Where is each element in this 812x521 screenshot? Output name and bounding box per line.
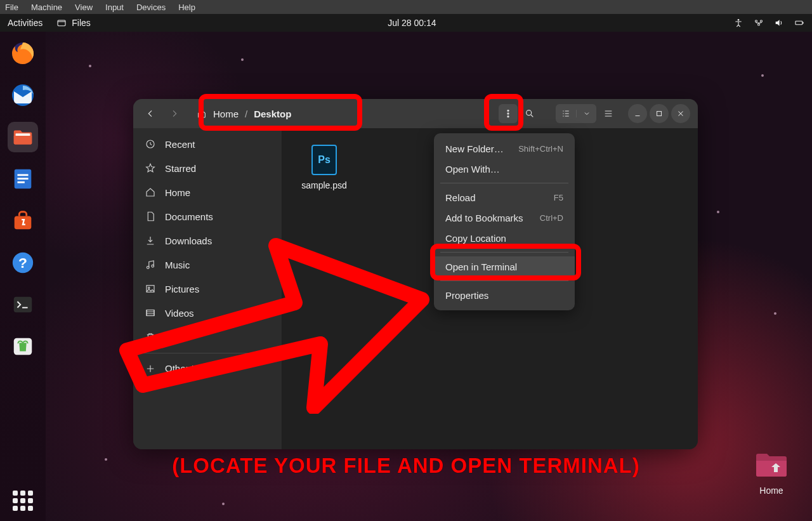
sidebar-item-documents[interactable]: Documents: [133, 204, 282, 228]
sidebar-item-label: Music: [165, 260, 190, 270]
breadcrumb-current[interactable]: Desktop: [254, 109, 291, 119]
home-icon: [197, 109, 207, 119]
download-icon: [145, 235, 156, 246]
folder-icon: [755, 451, 788, 478]
vbox-menu-machine[interactable]: Machine: [31, 3, 62, 12]
sidebar-item-videos[interactable]: Videos: [133, 301, 282, 325]
sidebar-item-recent[interactable]: Recent: [133, 132, 282, 156]
firefox-icon: [10, 41, 36, 66]
location-menu-button[interactable]: [499, 104, 518, 123]
search-button[interactable]: [520, 104, 539, 123]
svg-rect-0: [58, 20, 65, 26]
sidebar-item-label: Starred: [165, 163, 196, 174]
sidebar-item-label: Trash: [165, 332, 189, 343]
ctx-kbd: F5: [554, 193, 563, 202]
battery-icon[interactable]: [794, 18, 804, 28]
nav-forward-button[interactable]: [165, 104, 184, 123]
activities-button[interactable]: Activities: [8, 18, 43, 28]
ctx-properties[interactable]: Properties: [434, 285, 575, 305]
topbar-app-menu[interactable]: Files: [56, 18, 91, 28]
nav-back-button[interactable]: [141, 104, 160, 123]
clock-icon: [145, 138, 156, 150]
file-label: sample.psd: [299, 180, 350, 190]
ctx-label: Open With…: [445, 164, 500, 175]
terminal-icon: [11, 293, 35, 317]
sidebar-item-starred[interactable]: Starred: [133, 156, 282, 180]
titlebar: Home / Desktop: [133, 99, 698, 128]
svg-rect-8: [17, 174, 28, 176]
minimize-button[interactable]: [628, 104, 647, 123]
sidebar-item-pictures[interactable]: Pictures: [133, 277, 282, 301]
sidebar-item-label: Pictures: [165, 284, 199, 294]
vbox-menu-input[interactable]: Input: [105, 3, 124, 12]
dock-help[interactable]: ?: [8, 247, 38, 278]
sidebar-item-label: Other Locations: [165, 363, 232, 374]
writer-icon: [11, 167, 35, 191]
dock-trash[interactable]: [8, 331, 38, 362]
ctx-open-terminal[interactable]: Open in Terminal: [434, 256, 575, 277]
dock-libreoffice[interactable]: [8, 164, 38, 194]
ctx-label: Add to Bookmarks: [445, 213, 523, 223]
view-mode-switch[interactable]: [556, 104, 596, 123]
ctx-copy-location[interactable]: Copy Location: [434, 228, 575, 248]
ctx-open-with[interactable]: Open With…: [434, 159, 575, 179]
file-sample-psd[interactable]: Ps sample.psd: [299, 145, 350, 190]
close-button[interactable]: [671, 104, 690, 123]
ctx-kbd: Shift+Ctrl+N: [518, 144, 563, 154]
sidebar-item-other-locations[interactable]: Other Locations: [133, 353, 282, 377]
desktop-home-label: Home: [755, 485, 788, 496]
svg-rect-10: [17, 181, 24, 183]
volume-icon[interactable]: [774, 18, 784, 28]
ctx-reload[interactable]: ReloadF5: [434, 187, 575, 208]
ctx-label: Reload: [445, 192, 476, 203]
dock-firefox[interactable]: [8, 38, 38, 69]
plus-icon: [145, 363, 156, 374]
clock[interactable]: Jul 28 00:14: [388, 18, 436, 28]
breadcrumb-home[interactable]: Home: [213, 109, 239, 119]
folder-icon: [11, 125, 35, 149]
ctx-new-folder[interactable]: New Folder…Shift+Ctrl+N: [434, 138, 575, 159]
files-app-icon: [56, 18, 67, 28]
annotation-caption: (LOCATE YOUR FILE AND OPEN TERMINAL): [172, 454, 640, 478]
sidebar-item-label: Documents: [165, 211, 213, 222]
sidebar-item-home[interactable]: Home: [133, 180, 282, 204]
trash-icon: [145, 331, 156, 343]
svg-point-25: [148, 287, 150, 288]
desktop: Activities Files Jul 28 00:14: [0, 14, 812, 521]
svg-point-16: [508, 110, 509, 111]
breadcrumb[interactable]: Home / Desktop: [189, 103, 299, 124]
star-icon: [145, 162, 156, 174]
vbox-menu-file[interactable]: File: [5, 3, 18, 12]
sidebar-item-label: Videos: [165, 308, 194, 319]
accessibility-icon[interactable]: [733, 18, 743, 28]
hamburger-menu-button[interactable]: [599, 104, 618, 123]
psd-icon: Ps: [311, 145, 337, 175]
ctx-kbd: Ctrl+D: [540, 213, 563, 223]
vbox-menu-help[interactable]: Help: [178, 3, 195, 12]
sidebar-item-trash[interactable]: Trash: [133, 325, 282, 349]
sidebar-item-downloads[interactable]: Downloads: [133, 228, 282, 253]
dock-files[interactable]: [8, 122, 38, 152]
svg-point-22: [147, 267, 149, 269]
sidebar-item-label: Recent: [165, 139, 195, 150]
places-sidebar: Recent Starred Home Documents Downloads …: [133, 128, 282, 449]
show-applications[interactable]: [13, 491, 33, 511]
vbox-menu-devices[interactable]: Devices: [136, 3, 166, 12]
breadcrumb-sep: /: [245, 109, 247, 119]
dock-thunderbird[interactable]: [8, 80, 38, 110]
vbox-menu-view[interactable]: View: [75, 3, 93, 12]
maximize-button[interactable]: [650, 104, 669, 123]
network-icon[interactable]: [754, 18, 764, 28]
help-icon: ?: [11, 251, 35, 275]
ctx-add-bookmark[interactable]: Add to BookmarksCtrl+D: [434, 208, 575, 228]
topbar-app-label: Files: [72, 18, 91, 28]
dock-software[interactable]: [8, 206, 38, 236]
svg-rect-26: [147, 310, 154, 316]
svg-point-1: [738, 19, 740, 21]
list-view-icon: [561, 109, 571, 119]
dock-terminal[interactable]: [8, 289, 38, 320]
desktop-home-folder[interactable]: Home: [755, 451, 788, 496]
svg-rect-9: [17, 178, 28, 180]
sidebar-item-music[interactable]: Music: [133, 253, 282, 277]
ctx-label: New Folder…: [445, 143, 504, 154]
